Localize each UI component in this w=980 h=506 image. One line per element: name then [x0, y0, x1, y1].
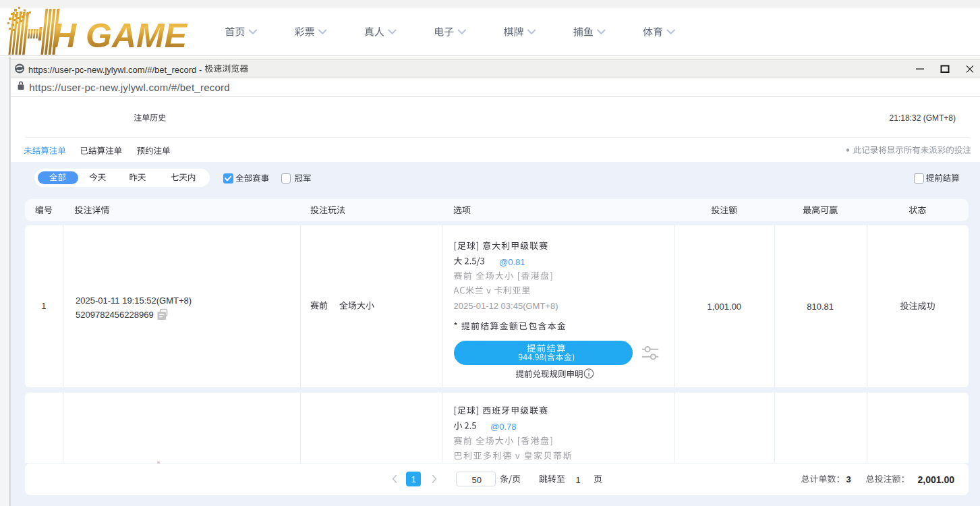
svg-text:H GAME: H GAME — [52, 17, 188, 55]
